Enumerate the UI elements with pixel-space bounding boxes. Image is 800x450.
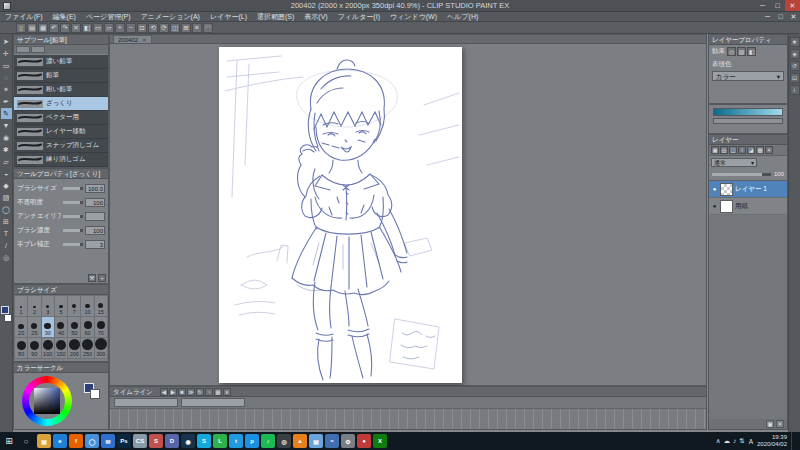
lasso-tool-icon[interactable]: ◌	[1, 72, 12, 83]
vlc-icon[interactable]: ▲	[293, 434, 307, 448]
layer-row[interactable]: ● レイヤー 1	[709, 181, 787, 198]
menu-item[interactable]: ファイル(F)	[0, 12, 48, 22]
spotify-icon[interactable]: ♪	[261, 434, 275, 448]
close-button[interactable]: ✕	[785, 0, 800, 11]
navigator-icon[interactable]: ⊡	[790, 73, 800, 83]
layer-color-icon[interactable]: ◧	[747, 47, 756, 56]
settings-icon[interactable]: ⚙	[341, 434, 355, 448]
ruler-tool-icon[interactable]: /	[1, 240, 12, 251]
cel-select-dropdown[interactable]	[114, 398, 178, 407]
clipping-mask-icon[interactable]: ◪	[747, 146, 755, 154]
brush-size-cell[interactable]: 2	[28, 296, 40, 316]
onion-skin-icon[interactable]: ◔	[205, 388, 213, 396]
pen-tool-icon[interactable]: ✒	[1, 96, 12, 107]
blend-mode-dropdown[interactable]: 通常 ▾	[711, 158, 757, 167]
document-tab[interactable]: 200402 ✕	[113, 35, 152, 43]
pixiv-icon[interactable]: p	[245, 434, 259, 448]
ime-indicator[interactable]: A	[749, 438, 753, 445]
brush-size-cell[interactable]: 10	[81, 296, 93, 316]
play-icon[interactable]: ▶	[169, 388, 177, 396]
current-background-color[interactable]	[90, 389, 100, 399]
delete-layer-icon[interactable]: ✕	[765, 146, 773, 154]
game-icon[interactable]: X	[373, 434, 387, 448]
network-icon[interactable]: ⇅	[739, 437, 744, 445]
delete-layer-footer-icon[interactable]: ✕	[776, 420, 784, 428]
lock-layer-icon[interactable]: ▩	[756, 146, 764, 154]
magic-wand-tool-icon[interactable]: ✶	[1, 84, 12, 95]
menu-item[interactable]: レイヤー(L)	[205, 12, 252, 22]
property-value[interactable]: 100	[85, 226, 105, 235]
brush-size-cell[interactable]: 15	[95, 296, 107, 316]
zoom-out-icon[interactable]: −	[126, 23, 136, 33]
visibility-eye-icon[interactable]: ●	[711, 186, 718, 192]
property-slider[interactable]	[63, 243, 83, 246]
property-slider[interactable]	[63, 229, 83, 232]
layer-row[interactable]: ● 用紙	[709, 198, 787, 215]
gradient-preview-bar[interactable]	[713, 108, 783, 116]
decoration-tool-icon[interactable]: ✱	[1, 144, 12, 155]
menu-item[interactable]: 表示(V)	[299, 12, 332, 22]
timeline-settings-icon[interactable]: ≡	[223, 388, 231, 396]
taskbar-clock[interactable]: 19:39 2020/04/02	[757, 434, 787, 448]
border-effect-icon[interactable]: ◎	[727, 47, 736, 56]
menu-item[interactable]: 選択範囲(S)	[252, 12, 299, 22]
twitter-icon[interactable]: t	[229, 434, 243, 448]
recorder-icon[interactable]: ●	[357, 434, 371, 448]
chrome-icon[interactable]: ◯	[85, 434, 99, 448]
clip-studio-icon[interactable]: CS	[133, 434, 147, 448]
duplicate-layer-icon[interactable]: ◫	[729, 146, 737, 154]
material-icon[interactable]: ◈	[790, 49, 800, 59]
subtool-item[interactable]: 濃い鉛筆	[14, 55, 108, 69]
maximize-button[interactable]: □	[770, 0, 785, 11]
wrench-icon[interactable]: ⚒	[88, 274, 96, 282]
snap-icon[interactable]: ≡	[192, 23, 202, 33]
edge-icon[interactable]: e	[53, 434, 67, 448]
redo-icon[interactable]: ↷	[60, 23, 70, 33]
subtool-item[interactable]: スナップ消しゴム	[14, 139, 108, 153]
menu-item[interactable]: 編集(E)	[48, 12, 81, 22]
cel-name-dropdown[interactable]	[181, 398, 245, 407]
minimize-button[interactable]: ─	[755, 0, 770, 11]
new-file-icon[interactable]: ▯	[16, 23, 26, 33]
history-icon[interactable]: ↺	[790, 61, 800, 71]
operation-tool-icon[interactable]: ➤	[1, 36, 12, 47]
menu-item[interactable]: フィルター(I)	[333, 12, 385, 22]
brush-tool-icon[interactable]: ▼	[1, 120, 12, 131]
eyedropper-tool-icon[interactable]: ◎	[1, 252, 12, 263]
zoom-in-icon[interactable]: +	[115, 23, 125, 33]
background-color-swatch[interactable]	[4, 314, 12, 322]
layer-opacity-slider[interactable]	[712, 173, 771, 176]
brush-size-cell[interactable]: 80	[15, 338, 27, 358]
property-value[interactable]: 100.0	[85, 184, 105, 193]
subtool-item[interactable]: ざっくり	[14, 97, 108, 111]
brush-size-cell[interactable]: 3	[42, 296, 54, 316]
tone-effect-icon[interactable]: ▨	[737, 47, 746, 56]
fill-tool-icon[interactable]: ◆	[1, 180, 12, 191]
new-layer-icon[interactable]: ▣	[711, 146, 719, 154]
quick-access-icon[interactable]: ★	[790, 37, 800, 47]
brush-size-cell[interactable]: 7	[68, 296, 80, 316]
new-timeline-icon[interactable]: ▦	[214, 388, 222, 396]
firefox-icon[interactable]: f	[69, 434, 83, 448]
brush-size-cell[interactable]: 50	[68, 317, 80, 337]
paint-tool-icon[interactable]: S	[149, 434, 163, 448]
obs-icon[interactable]: ◎	[277, 434, 291, 448]
stop-icon[interactable]: ■	[178, 388, 186, 396]
doc-maximize-button[interactable]: □	[774, 12, 787, 22]
eraser-tool-icon[interactable]: ▱	[1, 156, 12, 167]
brush-size-cell[interactable]: 30	[42, 317, 54, 337]
fit-screen-icon[interactable]: ⊡	[137, 23, 147, 33]
property-slider[interactable]	[63, 215, 83, 218]
flip-horizontal-icon[interactable]: ◫	[170, 23, 180, 33]
brush-size-cell[interactable]: 100	[42, 338, 54, 358]
gradient-preview-bar-2[interactable]	[713, 118, 783, 124]
figure-tool-icon[interactable]: ◯	[1, 204, 12, 215]
move-tool-icon[interactable]: ✛	[1, 48, 12, 59]
marquee-tool-icon[interactable]: ▭	[1, 60, 12, 71]
deselect-icon[interactable]: ▱	[104, 23, 114, 33]
volume-icon[interactable]: ♪	[733, 437, 736, 445]
brush-size-cell[interactable]: 150	[55, 338, 67, 358]
menu-item[interactable]: ウィンドウ(W)	[385, 12, 442, 22]
menu-item[interactable]: アニメーション(A)	[136, 12, 205, 22]
new-layer-footer-icon[interactable]: ▣	[766, 420, 774, 428]
